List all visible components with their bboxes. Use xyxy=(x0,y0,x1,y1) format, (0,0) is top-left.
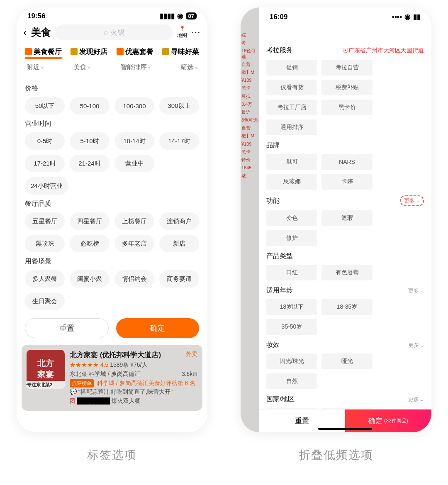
filter-chip[interactable]: 促销 xyxy=(266,60,317,76)
confirm-label: 确定 xyxy=(368,416,382,426)
filter-chip[interactable]: 多年老店 xyxy=(114,235,154,252)
filter-chip[interactable]: 上榜餐厅 xyxy=(114,212,154,230)
map-pin-icon: 📍 xyxy=(179,26,185,32)
filter-chip[interactable]: 50-100 xyxy=(70,97,110,115)
drawer-title: 考拉服务 xyxy=(266,46,293,55)
filter-chip[interactable]: 商务宴请 xyxy=(159,270,199,288)
home-indicator xyxy=(318,428,372,430)
filter-chip[interactable]: 连锁商户 xyxy=(159,212,199,230)
filter-chip[interactable]: NARS xyxy=(321,154,373,170)
filter-chip[interactable]: 24小时营业 xyxy=(25,177,68,195)
more-toggle[interactable]: 更多 xyxy=(408,396,424,403)
filter-chip[interactable]: 300以上 xyxy=(159,97,199,115)
filter-chip[interactable]: 有色唇膏 xyxy=(321,265,373,280)
background-fragment: 8色可选 xyxy=(241,117,258,123)
filter-chip[interactable]: 自然 xyxy=(266,373,317,389)
filter-chip[interactable]: 35-50岁 xyxy=(266,319,317,335)
filter-chip[interactable]: 50以下 xyxy=(25,97,65,115)
background-fragment: 豆抵 xyxy=(241,94,258,99)
filter-chip[interactable]: 黑珍珠 xyxy=(25,235,65,252)
filter-chip[interactable]: 思薇娜 xyxy=(266,174,317,190)
filter-chip[interactable]: 营业中 xyxy=(114,155,154,172)
filter-chip[interactable]: 魅可 xyxy=(266,154,317,170)
filter-chip[interactable]: 必吃榜 xyxy=(70,235,110,252)
result-card[interactable]: 北方 家宴 ·专注东北菜2 北方家宴 (优托邦科学大道店) 外卖 ★★★★★ 4… xyxy=(22,345,202,411)
more-toggle[interactable]: 更多 xyxy=(400,195,424,206)
drawer-scroll[interactable]: 促销考拉自营仅看有货税费补贴考拉工厂店黑卡价通用排序品牌魅可NARS思薇娜卡婷功… xyxy=(259,60,431,409)
filter-chip[interactable]: 通用排序 xyxy=(266,119,317,135)
more-toggle[interactable]: 更多 xyxy=(408,341,424,349)
filter-group-header: 国家/地区更多 xyxy=(266,395,424,404)
result-meta: 东北菜 科学城 / 萝岗高德汇 xyxy=(70,370,140,379)
sort-dropdown[interactable]: 附近 xyxy=(27,63,44,72)
filter-chip[interactable]: 哑光 xyxy=(321,353,373,369)
location-label[interactable]: 广东省广州市天河区天园街道 xyxy=(343,47,424,54)
thumb-subtag: ·专注东北菜2 xyxy=(26,381,66,389)
filter-chip[interactable]: 多人聚餐 xyxy=(25,270,65,288)
result-title: 北方家宴 (优托邦科学大道店) xyxy=(70,350,161,361)
signal-icon: ▪▪▪▪ xyxy=(392,13,402,21)
search-input[interactable]: ⌕ 火锅 xyxy=(55,24,173,40)
filter-chip[interactable]: 卡婷 xyxy=(321,174,373,190)
background-fragment: 考 xyxy=(241,40,258,46)
back-icon[interactable]: ‹ xyxy=(23,26,27,39)
sort-dropdown[interactable]: 智能排序 xyxy=(120,63,151,72)
background-fragment: 椒】M xyxy=(241,70,258,75)
filter-chip[interactable]: 五星餐厅 xyxy=(25,212,65,230)
filter-group-title: 功能 xyxy=(266,197,280,205)
filter-chip[interactable]: 10-14时 xyxy=(114,132,154,150)
filter-chip[interactable]: 变色 xyxy=(266,210,317,226)
category-tab[interactable]: 美食餐厅 xyxy=(25,47,62,56)
chip-row: 闪光/珠光哑光自然 xyxy=(266,353,424,389)
filter-chip[interactable]: 21-24时 xyxy=(70,155,110,172)
filter-chip[interactable]: 新店 xyxy=(159,235,199,252)
category-tab[interactable]: 发现好店 xyxy=(71,47,107,56)
more-toggle[interactable]: 更多 xyxy=(408,287,424,295)
filter-panel: 价格50以下50-100100-300300以上营业时间0-5时5-10时10-… xyxy=(17,74,207,312)
filter-chip[interactable]: 100-300 xyxy=(114,97,154,115)
result-promo: 爆火双人餐 xyxy=(112,397,141,404)
filter-group-title: 适用年龄 xyxy=(266,286,293,295)
category-tab[interactable]: 寻味好菜 xyxy=(162,47,199,56)
chip-row: 变色遮瑕修护 xyxy=(266,210,424,246)
tab-label: 美食餐厅 xyxy=(34,47,62,56)
rank-text: 科学城 / 萝岗高德汇美食好评榜第 6 名 xyxy=(97,380,195,386)
chip-row: 多人聚餐闺蜜小聚情侣约会商务宴请生日聚会 xyxy=(25,270,199,310)
filter-chip[interactable]: 四星餐厅 xyxy=(70,212,110,230)
reset-button[interactable]: 重置 xyxy=(25,318,109,338)
filter-chip[interactable]: 黑卡价 xyxy=(321,100,373,115)
filter-chip[interactable]: 0-5时 xyxy=(25,132,65,150)
category-tab[interactable]: 优惠套餐 xyxy=(117,47,153,56)
filter-chip[interactable]: 口红 xyxy=(266,265,317,280)
filter-chip[interactable]: 生日聚会 xyxy=(25,292,65,310)
filter-chip[interactable]: 仅看有货 xyxy=(266,80,317,95)
filter-chip[interactable]: 闪光/珠光 xyxy=(266,353,317,369)
thumb-text: 北方 xyxy=(37,358,54,369)
tab-icon xyxy=(162,48,169,55)
filter-chip[interactable]: 17-21时 xyxy=(25,155,65,172)
drawer-header: 考拉服务 广东省广州市天河区天园街道 xyxy=(259,23,431,60)
sort-dropdown[interactable]: 美食 xyxy=(73,63,90,72)
tab-label: 寻味好菜 xyxy=(171,47,199,56)
filter-chip[interactable]: 考拉工厂店 xyxy=(266,100,317,115)
filter-chip[interactable]: 14-17时 xyxy=(159,132,199,150)
group-icon: 团 xyxy=(70,397,75,404)
map-button[interactable]: 📍 地图 xyxy=(177,26,187,39)
background-fragment: 黑卡 xyxy=(241,149,258,155)
filter-chip[interactable]: 遮瑕 xyxy=(321,210,373,226)
filter-chip[interactable]: 闺蜜小聚 xyxy=(70,270,110,288)
filter-chip[interactable]: 情侣约会 xyxy=(114,270,154,288)
sort-dropdown[interactable]: 筛选 xyxy=(180,63,197,72)
thumb-text: 家宴 xyxy=(37,369,54,380)
filter-chip[interactable]: 18岁以下 xyxy=(266,299,317,315)
filter-chip[interactable]: 18-35岁 xyxy=(321,299,373,315)
chip-row: 魅可NARS思薇娜卡婷 xyxy=(266,154,424,190)
map-label: 地图 xyxy=(177,32,187,39)
filter-chip[interactable]: 税费补贴 xyxy=(321,80,373,95)
confirm-button[interactable]: 确定 xyxy=(116,318,199,338)
filter-group-title: 妆效 xyxy=(266,341,280,349)
more-icon[interactable]: ⋯ xyxy=(191,27,201,38)
filter-chip[interactable]: 5-10时 xyxy=(70,132,110,150)
filter-chip[interactable]: 考拉自营 xyxy=(321,60,373,76)
filter-chip[interactable]: 修护 xyxy=(266,230,317,246)
